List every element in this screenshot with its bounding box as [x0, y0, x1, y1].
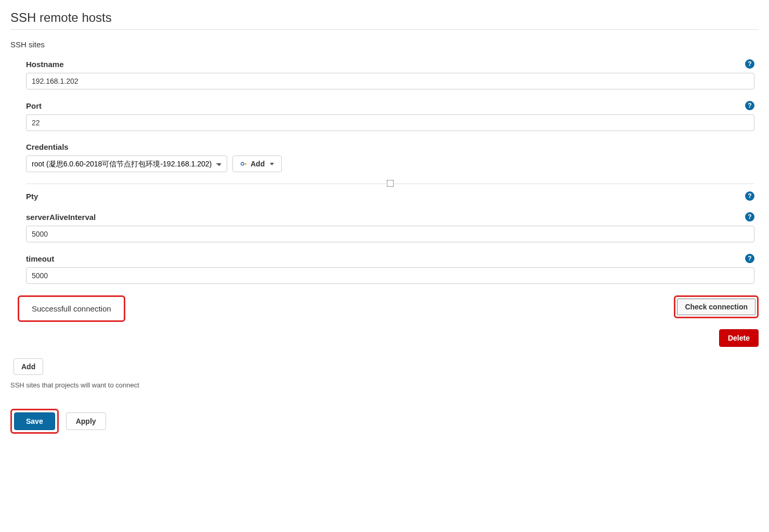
check-connection-highlight: Check connection [674, 295, 759, 318]
pty-checkbox[interactable] [387, 180, 394, 187]
help-icon[interactable]: ? [745, 101, 754, 110]
help-icon[interactable]: ? [745, 59, 754, 69]
delete-button[interactable]: Delete [719, 329, 759, 347]
hostname-label: Hostname [26, 60, 64, 69]
apply-button[interactable]: Apply [66, 412, 106, 430]
serveraliveinterval-label: serverAliveInterval [26, 213, 96, 222]
form-group-pty: Pty ? [26, 191, 754, 201]
pty-label: Pty [26, 192, 38, 201]
add-ssh-site-button[interactable]: Add [14, 358, 43, 375]
timeout-label: timeout [26, 254, 54, 263]
add-credentials-label: Add [251, 160, 265, 168]
credentials-select[interactable]: root (凝思6.0.60-2018可信节点打包环境-192.168.1.20… [26, 155, 227, 172]
help-icon[interactable]: ? [745, 212, 754, 222]
svg-point-0 [241, 162, 244, 165]
port-input[interactable] [26, 114, 754, 131]
chevron-down-icon [270, 163, 274, 165]
port-label: Port [26, 101, 42, 110]
connection-status-message: Successfull connection [18, 295, 125, 322]
save-button[interactable]: Save [14, 412, 55, 430]
page-title: SSH remote hosts [10, 10, 759, 30]
ssh-sites-help-text: SSH sites that projects will want to con… [10, 381, 759, 389]
form-group-port: Port ? [26, 101, 754, 131]
section-label-ssh-sites: SSH sites [10, 40, 759, 49]
hostname-input[interactable] [26, 73, 754, 89]
form-group-credentials: Credentials root (凝思6.0.60-2018可信节点打包环境-… [26, 142, 754, 172]
save-highlight: Save [10, 409, 59, 434]
key-icon [240, 160, 247, 167]
form-group-hostname: Hostname ? [26, 59, 754, 89]
ssh-site-form: Hostname ? Port ? Credentials root (凝思6.… [10, 59, 759, 284]
serveraliveinterval-input[interactable] [26, 226, 754, 242]
form-group-timeout: timeout ? [26, 254, 754, 284]
timeout-input[interactable] [26, 267, 754, 284]
credentials-label: Credentials [26, 142, 69, 151]
help-icon[interactable]: ? [745, 254, 754, 263]
help-icon[interactable]: ? [745, 191, 754, 201]
check-connection-button[interactable]: Check connection [677, 299, 755, 315]
add-credentials-button[interactable]: Add [232, 155, 282, 172]
form-group-serveraliveinterval: serverAliveInterval ? [26, 212, 754, 242]
